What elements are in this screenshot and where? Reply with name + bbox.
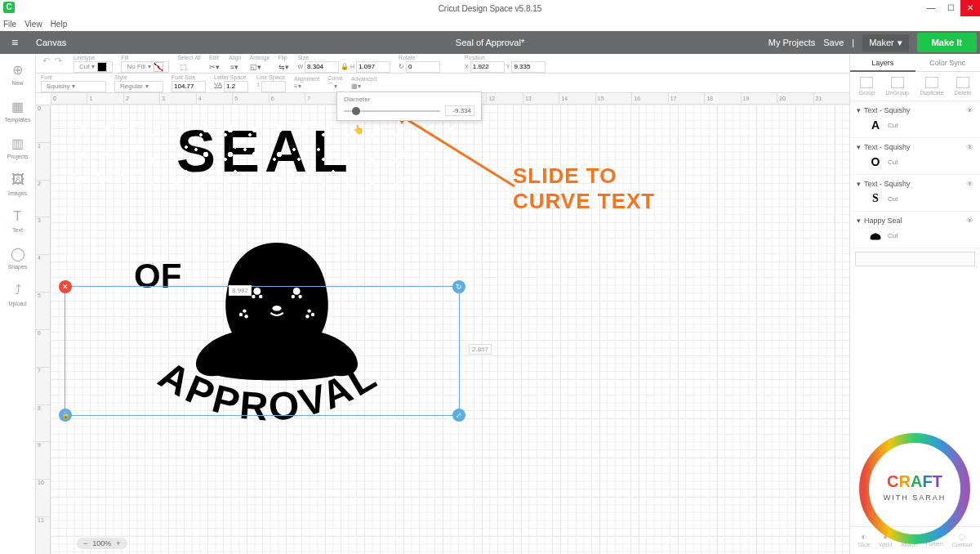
tool-templates[interactable]: ▦Templates xyxy=(5,97,31,123)
linetype-swatch[interactable] xyxy=(97,62,107,72)
delete-handle[interactable]: ✕ xyxy=(59,280,72,293)
duplicate-button[interactable]: Duplicate xyxy=(920,77,943,96)
layer-item[interactable]: ▾Happy Seal👁 Cut xyxy=(850,212,980,248)
chevron-down-icon: ▾ xyxy=(857,180,861,188)
undo-button[interactable]: ↶ xyxy=(42,56,50,66)
zoom-out-button[interactable]: − xyxy=(83,539,87,547)
layer-item[interactable]: ▾Text - Squishy👁 ACut xyxy=(850,101,980,138)
curve-dropdown[interactable]: ⌒▾ xyxy=(327,82,343,91)
style-label: Style xyxy=(114,74,163,80)
style-dropdown[interactable]: Regular▾ xyxy=(114,81,163,92)
y-input[interactable] xyxy=(511,61,546,73)
make-it-button[interactable]: Make It xyxy=(917,33,977,52)
linespace-label: Line Space xyxy=(256,74,286,80)
delete-icon xyxy=(956,77,969,88)
visibility-icon[interactable]: 👁 xyxy=(966,180,973,188)
rotate-icon: ↻ xyxy=(399,63,404,70)
app-title: Cricut Design Space v5.8.15 xyxy=(439,4,542,13)
letterspace-label: Letter Space xyxy=(214,74,248,80)
tool-projects[interactable]: ▥Projects xyxy=(7,134,28,159)
align-label: Align xyxy=(229,55,242,60)
layer-thumb: S xyxy=(868,191,883,206)
resize-handle[interactable]: ⤢ xyxy=(452,409,466,422)
selection-box[interactable]: ✕ ↻ 🔒 ⤢ 8.992 2.857 xyxy=(65,286,460,416)
visibility-icon[interactable]: 👁 xyxy=(966,143,973,151)
machine-dropdown[interactable]: Maker ▾ xyxy=(862,34,909,51)
tab-colorsync[interactable]: Color Sync xyxy=(915,54,981,72)
design-group[interactable]: SEAL OF APPROVAL xyxy=(69,118,461,185)
arrange-dropdown[interactable]: ◱▾ xyxy=(250,61,261,73)
diameter-slider[interactable] xyxy=(344,110,440,112)
flip-dropdown[interactable]: ⇋▾ xyxy=(278,61,289,73)
zoom-in-button[interactable]: + xyxy=(116,539,120,547)
redo-button[interactable]: ↷ xyxy=(55,56,62,66)
edit-dropdown[interactable]: ✂▾ xyxy=(209,61,220,73)
visibility-icon[interactable]: 👁 xyxy=(966,106,973,114)
delete-button[interactable]: Delete xyxy=(955,77,971,96)
undo-redo: ↶ ↷ xyxy=(42,56,62,66)
font-dropdown[interactable]: Squishy▾ xyxy=(41,81,106,92)
edit-label: Edit xyxy=(209,55,220,60)
linespace-input xyxy=(261,81,286,92)
layer-item[interactable]: ▾Text - Squishy👁 OCut xyxy=(850,138,980,175)
text-seal[interactable]: SEAL xyxy=(69,118,461,185)
alignment-dropdown[interactable]: ≡▾ xyxy=(294,83,319,90)
layer-item[interactable]: ▾Text - Squishy👁 SCut xyxy=(850,175,980,212)
save-button[interactable]: Save xyxy=(823,38,844,47)
menu-view[interactable]: View xyxy=(24,20,42,29)
height-label: 2.857 xyxy=(469,344,492,355)
tool-images[interactable]: 🖼Images xyxy=(8,171,27,196)
fill-swatch[interactable] xyxy=(154,62,163,72)
chevron-down-icon: ▾ xyxy=(857,106,861,114)
chevron-down-icon: ▾ xyxy=(145,83,149,90)
shapes-icon: ◯ xyxy=(9,244,27,262)
diameter-value[interactable]: -9.334 xyxy=(445,105,474,116)
visibility-icon[interactable]: 👁 xyxy=(966,217,973,225)
images-icon: 🖼 xyxy=(9,171,27,189)
minimize-button[interactable]: — xyxy=(921,0,941,16)
lock-handle[interactable]: 🔒 xyxy=(59,409,72,422)
x-input[interactable] xyxy=(470,61,505,73)
tool-upload[interactable]: ⤴Upload xyxy=(8,281,26,306)
linetype-dropdown[interactable]: Cut▾ xyxy=(74,61,113,73)
fill-dropdown[interactable]: No Fill▾ xyxy=(121,61,169,73)
width-input[interactable] xyxy=(305,61,339,73)
ungroup-button[interactable]: UnGroup xyxy=(886,77,909,96)
font-label: Font xyxy=(41,74,106,80)
tab-layers[interactable]: Layers xyxy=(850,54,915,72)
titlebar: C Cricut Design Space v5.8.15 — ☐ ✕ xyxy=(0,0,980,16)
my-projects-link[interactable]: My Projects xyxy=(768,38,815,47)
hamburger-icon[interactable]: ≡ xyxy=(0,36,29,49)
close-button[interactable]: ✕ xyxy=(960,0,980,16)
diameter-popup: Diameter -9.334 xyxy=(336,92,482,121)
cursor-icon: 👆 xyxy=(353,124,364,135)
maximize-button[interactable]: ☐ xyxy=(941,0,960,16)
chevron-down-icon: ▾ xyxy=(898,38,902,48)
select-all-icon[interactable]: ⬚ xyxy=(177,61,189,73)
menu-help[interactable]: Help xyxy=(51,20,68,29)
flip-label: Flip xyxy=(278,55,289,60)
left-sidebar: ⊕New ▦Templates ▥Projects 🖼Images TText … xyxy=(0,54,36,554)
menu-file[interactable]: File xyxy=(3,20,16,29)
canvas[interactable]: 0123456789101112131415161718192021 01234… xyxy=(36,93,849,554)
slider-thumb[interactable] xyxy=(352,107,360,115)
watermark-logo: CRAFT WITH SARAH xyxy=(858,431,972,546)
tool-text[interactable]: TText xyxy=(9,208,27,233)
lock-icon[interactable]: 🔒 xyxy=(341,63,349,70)
align-dropdown[interactable]: ≡▾ xyxy=(229,61,240,73)
tool-new[interactable]: ⊕New xyxy=(9,60,27,86)
menubar: File View Help xyxy=(0,16,980,31)
linetype-label: Linetype xyxy=(74,55,113,60)
rotate-handle[interactable]: ↻ xyxy=(452,280,466,293)
height-input[interactable] xyxy=(356,61,390,73)
advanced-dropdown[interactable]: ▦▾ xyxy=(351,83,376,90)
diameter-label: Diameter xyxy=(344,96,474,103)
svg-text:WITH SARAH: WITH SARAH xyxy=(884,494,947,502)
fontsize-input[interactable] xyxy=(172,81,206,92)
zoom-value: 100% xyxy=(92,539,111,547)
letterspace-input[interactable] xyxy=(224,81,248,92)
tool-shapes[interactable]: ◯Shapes xyxy=(8,244,28,270)
group-button[interactable]: Group xyxy=(859,77,875,96)
rotate-input[interactable] xyxy=(406,61,440,73)
alignment-label: Alignment xyxy=(294,76,319,82)
